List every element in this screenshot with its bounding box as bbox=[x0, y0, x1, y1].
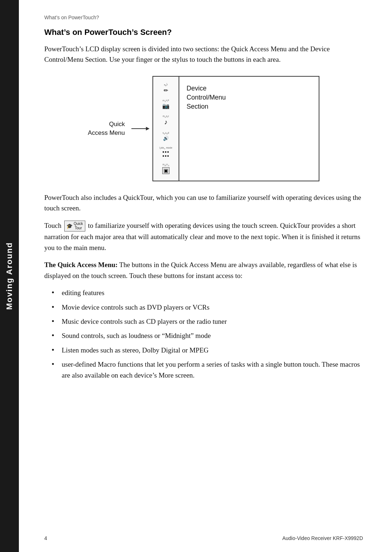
quick-tour-label: QuickTour bbox=[74, 222, 83, 230]
svg-marker-1 bbox=[146, 127, 150, 130]
bullet-list: editing features Movie device controls s… bbox=[52, 287, 363, 380]
sidebar-tab: Moving Around bbox=[0, 0, 19, 552]
section-heading: What’s on PowerTouch’s Screen? bbox=[44, 28, 363, 37]
page-footer: 4 Audio-Video Receiver KRF-X9992D bbox=[19, 535, 392, 541]
sidebar-label: Moving Around bbox=[5, 242, 14, 310]
quick-access-text: QuickAccess Menu bbox=[88, 120, 125, 137]
paragraph-3: Touch 🎓 QuickTour to familiarize yoursel… bbox=[44, 220, 363, 253]
paragraph-3-prefix: Touch bbox=[44, 222, 61, 229]
menu-item-sound: sound 🔊 bbox=[156, 132, 176, 141]
quick-tour-button[interactable]: 🎓 QuickTour bbox=[64, 221, 85, 231]
quick-tour-icon: 🎓 bbox=[66, 222, 73, 230]
menu-item-movie: movie 📷 bbox=[156, 99, 176, 110]
list-item: Movie device controls such as DVD player… bbox=[52, 302, 363, 313]
diagram-container: QuickAccess Menu edit bbox=[44, 76, 363, 181]
list-item: Music device controls such as CD players… bbox=[52, 316, 363, 327]
paragraph-1: PowerTouch’s LCD display screen is divid… bbox=[44, 44, 363, 65]
diagram-arrow bbox=[131, 125, 150, 132]
footer-page-number: 4 bbox=[44, 535, 47, 541]
menu-item-edit: edit ✏ bbox=[156, 83, 176, 93]
breadcrumb: What’s on PowerTouch? bbox=[44, 15, 363, 20]
menu-item-listen: listen mode ●●●●●● bbox=[156, 147, 176, 158]
diagram-wrapper: QuickAccess Menu edit bbox=[88, 76, 319, 181]
device-control-area: DeviceControl/MenuSection bbox=[179, 77, 319, 181]
footer-product-name: Audio-Video Receiver KRF-X9992D bbox=[282, 535, 363, 541]
content-area: What’s on PowerTouch? What’s on PowerTou… bbox=[19, 0, 392, 552]
list-item: Listen modes such as stereo, Dolby Digit… bbox=[52, 345, 363, 355]
list-item: user-defined Macro functions that let yo… bbox=[52, 359, 363, 380]
menu-item-music: music ♪ bbox=[156, 115, 176, 126]
device-label: DeviceControl/MenuSection bbox=[187, 84, 226, 112]
page-container: Moving Around What’s on PowerTouch? What… bbox=[0, 0, 392, 552]
paragraph-3-suffix: to familiarize yourself with operating d… bbox=[44, 222, 360, 251]
paragraph-2: PowerTouch also includes a QuickTour, wh… bbox=[44, 192, 363, 214]
list-item: editing features bbox=[52, 287, 363, 298]
paragraph-4-term: The Quick Access Menu: bbox=[44, 261, 118, 269]
lcd-frame: edit ✏ movie 📷 music ♪ bbox=[152, 76, 319, 181]
quick-access-label-area: QuickAccess Menu bbox=[88, 120, 125, 137]
quick-access-column: edit ✏ movie 📷 music ♪ bbox=[153, 77, 179, 181]
paragraph-4: The Quick Access Menu: The buttons in th… bbox=[44, 259, 363, 281]
list-item: Sound controls, such as loudness or “Mid… bbox=[52, 330, 363, 341]
menu-item-macro: macro ▣ bbox=[156, 164, 176, 174]
